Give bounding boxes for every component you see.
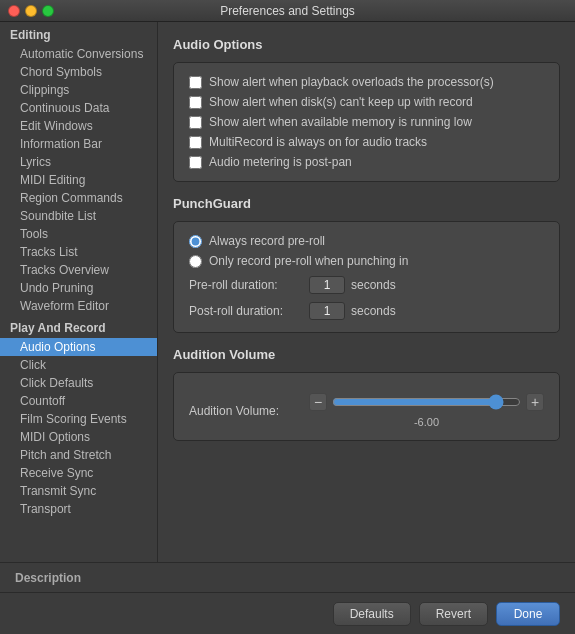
checkbox-row-5: Audio metering is post-pan — [189, 155, 544, 169]
sidebar-item-click[interactable]: Click — [0, 356, 157, 374]
checkbox-label-3: Show alert when available memory is runn… — [209, 115, 472, 129]
sidebar-item-lyrics[interactable]: Lyrics — [0, 153, 157, 171]
checkbox-label-5: Audio metering is post-pan — [209, 155, 352, 169]
checkbox-label-2: Show alert when disk(s) can't keep up wi… — [209, 95, 473, 109]
sidebar-item-automatic-conversions[interactable]: Automatic Conversions — [0, 45, 157, 63]
sidebar-item-audio-options[interactable]: Audio Options — [0, 338, 157, 356]
sidebar-item-midi-options[interactable]: MIDI Options — [0, 428, 157, 446]
audition-volume-label: Audition Volume: — [189, 404, 309, 418]
audio-options-title: Audio Options — [173, 37, 560, 52]
checkbox-playback-overload[interactable] — [189, 76, 202, 89]
sidebar-item-film-scoring-events[interactable]: Film Scoring Events — [0, 410, 157, 428]
sidebar-item-information-bar[interactable]: Information Bar — [0, 135, 157, 153]
sidebar-item-region-commands[interactable]: Region Commands — [0, 189, 157, 207]
minimize-button[interactable] — [25, 5, 37, 17]
checkbox-row-2: Show alert when disk(s) can't keep up wi… — [189, 95, 544, 109]
sidebar-item-clippings[interactable]: Clippings — [0, 81, 157, 99]
close-button[interactable] — [8, 5, 20, 17]
pre-roll-input[interactable] — [309, 276, 345, 294]
slider-wrap: − + -6.00 — [309, 393, 544, 428]
checkbox-row-4: MultiRecord is always on for audio track… — [189, 135, 544, 149]
post-roll-label: Post-roll duration: — [189, 304, 309, 318]
punchguard-title: PunchGuard — [173, 196, 560, 211]
checkbox-multirecord[interactable] — [189, 136, 202, 149]
checkbox-row-1: Show alert when playback overloads the p… — [189, 75, 544, 89]
checkbox-memory-running-low[interactable] — [189, 116, 202, 129]
pre-roll-label: Pre-roll duration: — [189, 278, 309, 292]
done-button[interactable]: Done — [496, 602, 560, 626]
sidebar-group-play-and-record: Play And Record — [0, 315, 157, 338]
post-roll-unit: seconds — [351, 304, 396, 318]
bottom-bar: Defaults Revert Done — [0, 592, 575, 634]
sidebar-item-midi-editing[interactable]: MIDI Editing — [0, 171, 157, 189]
slider-decrease-button[interactable]: − — [309, 393, 327, 411]
content-area: Audio Options Show alert when playback o… — [158, 22, 575, 562]
sidebar-item-undo-pruning[interactable]: Undo Pruning — [0, 279, 157, 297]
slider-container: − + — [309, 393, 544, 411]
window-title: Preferences and Settings — [220, 4, 355, 18]
sidebar-item-tracks-overview[interactable]: Tracks Overview — [0, 261, 157, 279]
slider-increase-button[interactable]: + — [526, 393, 544, 411]
pre-roll-unit: seconds — [351, 278, 396, 292]
radio-only-when-punching: Only record pre-roll when punching in — [189, 254, 544, 268]
maximize-button[interactable] — [42, 5, 54, 17]
sidebar-item-chord-symbols[interactable]: Chord Symbols — [0, 63, 157, 81]
sidebar-item-tools[interactable]: Tools — [0, 225, 157, 243]
audio-options-box: Show alert when playback overloads the p… — [173, 62, 560, 182]
audition-volume-row: Audition Volume: − + -6.00 — [189, 393, 544, 428]
sidebar-item-transport[interactable]: Transport — [0, 500, 157, 518]
radio-label-1: Always record pre-roll — [209, 234, 325, 248]
sidebar-group-editing: Editing — [0, 22, 157, 45]
audition-volume-box: Audition Volume: − + -6.00 — [173, 372, 560, 441]
sidebar-item-edit-windows[interactable]: Edit Windows — [0, 117, 157, 135]
description-bar: Description — [0, 562, 575, 592]
post-roll-input[interactable] — [309, 302, 345, 320]
punchguard-box: Always record pre-roll Only record pre-r… — [173, 221, 560, 333]
sidebar-item-waveform-editor[interactable]: Waveform Editor — [0, 297, 157, 315]
checkbox-label-4: MultiRecord is always on for audio track… — [209, 135, 427, 149]
revert-button[interactable]: Revert — [419, 602, 488, 626]
audition-volume-slider[interactable] — [332, 394, 521, 410]
radio-always-record-input[interactable] — [189, 235, 202, 248]
sidebar-item-pitch-and-stretch[interactable]: Pitch and Stretch — [0, 446, 157, 464]
radio-only-punching-input[interactable] — [189, 255, 202, 268]
checkbox-label-1: Show alert when playback overloads the p… — [209, 75, 494, 89]
title-bar: Preferences and Settings — [0, 0, 575, 22]
description-label: Description — [15, 571, 81, 585]
radio-label-2: Only record pre-roll when punching in — [209, 254, 408, 268]
radio-always-record: Always record pre-roll — [189, 234, 544, 248]
sidebar-item-countoff[interactable]: Countoff — [0, 392, 157, 410]
pre-roll-row: Pre-roll duration: seconds — [189, 276, 544, 294]
main-content: Editing Automatic Conversions Chord Symb… — [0, 22, 575, 562]
defaults-button[interactable]: Defaults — [333, 602, 411, 626]
sidebar-item-continuous-data[interactable]: Continuous Data — [0, 99, 157, 117]
sidebar-item-transmit-sync[interactable]: Transmit Sync — [0, 482, 157, 500]
audition-volume-title: Audition Volume — [173, 347, 560, 362]
sidebar-item-receive-sync[interactable]: Receive Sync — [0, 464, 157, 482]
checkbox-disk-keep-up[interactable] — [189, 96, 202, 109]
checkbox-metering-post-pan[interactable] — [189, 156, 202, 169]
audition-volume-value: -6.00 — [309, 416, 544, 428]
window-controls[interactable] — [8, 5, 54, 17]
sidebar: Editing Automatic Conversions Chord Symb… — [0, 22, 158, 562]
checkbox-row-3: Show alert when available memory is runn… — [189, 115, 544, 129]
sidebar-item-click-defaults[interactable]: Click Defaults — [0, 374, 157, 392]
sidebar-item-tracks-list[interactable]: Tracks List — [0, 243, 157, 261]
post-roll-row: Post-roll duration: seconds — [189, 302, 544, 320]
sidebar-item-soundbite-list[interactable]: Soundbite List — [0, 207, 157, 225]
